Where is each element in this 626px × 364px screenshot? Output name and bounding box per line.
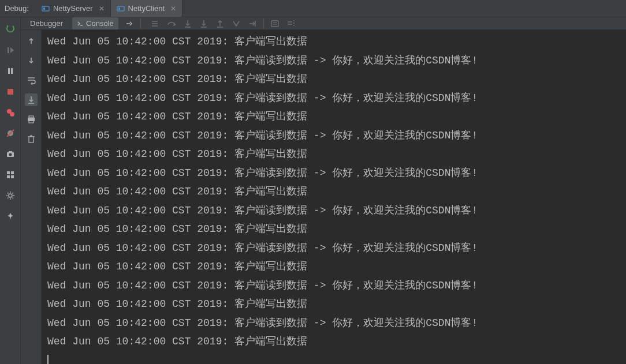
svg-rect-6 [11,68,13,74]
console-tab-icon [77,20,84,27]
svg-rect-1 [43,7,45,10]
step-out-icon[interactable] [215,18,225,29]
mute-breakpoints-icon[interactable] [4,127,17,140]
debugger-tab-label: Debugger [30,19,63,28]
rerun-icon[interactable] [4,23,17,36]
soft-wrap-icon[interactable] [25,74,38,87]
show-execution-point-icon[interactable] [150,18,161,29]
svg-rect-32 [271,21,278,27]
console-output[interactable]: Wed Jun 05 10:42:00 CST 2019: 客户端写出数据 We… [42,30,626,364]
layout-icon[interactable] [4,168,17,181]
svg-point-14 [9,153,12,156]
close-icon[interactable]: ✕ [170,5,176,13]
tab-label: NettyClient [128,4,165,13]
close-icon[interactable]: ✕ [99,5,105,13]
settings-icon[interactable] [4,189,17,202]
svg-rect-4 [8,47,9,53]
force-step-into-icon[interactable] [199,18,209,29]
svg-rect-18 [11,175,14,178]
tab-nettyclient[interactable]: NettyClient ✕ [111,0,183,17]
svg-point-9 [10,112,14,117]
view-breakpoints-icon[interactable] [4,106,17,119]
console-gutter [21,30,42,364]
camera-icon[interactable] [4,148,17,160]
run-to-cursor-icon[interactable] [247,18,258,29]
debug-sub-bar: Debugger Console [21,17,626,30]
clear-all-icon[interactable] [25,133,38,145]
svg-rect-48 [29,137,33,142]
tab-nettyserver[interactable]: NettyServer ✕ [36,0,111,17]
print-icon[interactable] [25,113,38,126]
svg-rect-7 [8,89,13,95]
pin-icon[interactable] [4,210,17,223]
scroll-up-icon[interactable] [25,35,38,47]
run-config-tabs: NettyServer ✕ NettyClient ✕ [36,0,182,17]
add-tab-button[interactable] [123,18,136,29]
console-body: Wed Jun 05 10:42:00 CST 2019: 客户端写出数据 We… [21,30,626,364]
step-toolbar [150,18,296,29]
right-area: Debugger Console [21,17,626,364]
console-tab-label: Console [86,19,114,28]
run-config-icon [117,5,125,13]
pause-icon[interactable] [4,65,17,77]
left-toolbar [0,17,21,364]
console-tab[interactable]: Console [72,17,118,29]
svg-rect-45 [29,116,33,118]
svg-rect-17 [7,175,10,178]
svg-rect-15 [7,171,10,174]
debugger-tab[interactable]: Debugger [25,17,68,29]
svg-rect-3 [118,7,120,10]
debug-label: Debug: [5,4,29,13]
run-config-icon [42,5,50,13]
svg-rect-2 [117,6,124,11]
drop-frame-icon[interactable] [231,18,241,29]
svg-rect-5 [8,68,10,74]
evaluate-expression-icon[interactable] [270,18,280,29]
scroll-to-end-icon[interactable] [25,93,38,106]
step-over-icon[interactable] [166,18,177,29]
svg-rect-0 [42,6,49,11]
trace-current-stream-chain-icon[interactable] [286,18,296,29]
svg-rect-16 [11,171,14,174]
debug-top-bar: Debug: NettyServer ✕ NettyClient ✕ [0,0,626,17]
main-area: Debugger Console [0,17,626,364]
svg-point-19 [9,194,12,197]
resume-icon[interactable] [4,44,17,57]
tab-label: NettyServer [53,4,93,13]
step-into-icon[interactable] [182,18,193,29]
svg-rect-13 [9,151,12,153]
stop-icon[interactable] [4,85,17,98]
scroll-down-icon[interactable] [25,54,38,67]
